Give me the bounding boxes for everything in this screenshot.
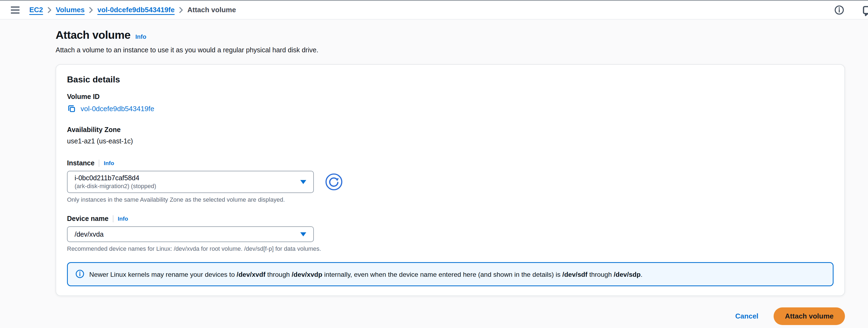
copy-icon[interactable] — [67, 104, 76, 113]
instance-select-secondary: (ark-disk-migration2) (stopped) — [74, 183, 156, 190]
hamburger-menu-icon[interactable] — [11, 6, 20, 13]
refresh-instances-button[interactable] — [325, 173, 343, 191]
chevron-right-icon — [48, 7, 52, 13]
instance-info-link[interactable]: Info — [104, 160, 114, 166]
instance-select[interactable]: i-0bc0d211b7caf58d4 (ark-disk-migration2… — [67, 171, 314, 193]
device-name-info-link[interactable]: Info — [118, 216, 128, 222]
breadcrumb-volume-id[interactable]: vol-0dcefe9db543419fe — [97, 6, 175, 14]
breadcrumb-bar: EC2 Volumes vol-0dcefe9db543419fe Attach… — [0, 1, 868, 20]
breadcrumb-ec2[interactable]: EC2 — [29, 6, 43, 14]
device-name-label: Device name — [67, 215, 108, 223]
alert-message: Newer Linux kernels may rename your devi… — [89, 269, 643, 279]
attach-volume-button[interactable]: Attach volume — [774, 307, 845, 325]
availability-zone-field: Availability Zone use1-az1 (us-east-1c) — [67, 126, 834, 145]
breadcrumb-current: Attach volume — [187, 6, 236, 14]
page-header: Attach volume Info Attach a volume to an… — [56, 29, 845, 54]
instance-select-value: i-0bc0d211b7caf58d4 — [74, 174, 156, 182]
volume-id-field: Volume ID vol-0dcefe9db543419fe — [67, 93, 834, 113]
label-divider — [113, 215, 113, 222]
dropdown-caret-icon — [300, 232, 306, 236]
volume-id-label: Volume ID — [67, 93, 834, 101]
info-alert: Newer Linux kernels may rename your devi… — [67, 262, 834, 286]
info-circle-icon — [75, 269, 84, 278]
page-title: Attach volume — [56, 29, 130, 41]
availability-zone-label: Availability Zone — [67, 126, 834, 134]
form-actions: Cancel Attach volume — [56, 307, 845, 328]
availability-zone-value: use1-az1 (us-east-1c) — [67, 137, 834, 145]
breadcrumb-volumes[interactable]: Volumes — [56, 6, 85, 14]
chevron-right-icon — [179, 7, 183, 13]
section-title: Basic details — [67, 74, 834, 85]
basic-details-card: Basic details Volume ID vol-0dcefe9db543… — [56, 64, 845, 296]
instance-label: Instance — [67, 159, 94, 167]
instance-helper-text: Only instances in the same Availability … — [67, 196, 834, 203]
feedback-icon[interactable] — [862, 5, 868, 18]
instance-field: Instance Info i-0bc0d211b7caf58d4 (ark-d… — [67, 159, 834, 203]
content-area: Attach volume Info Attach a volume to an… — [0, 20, 868, 328]
device-name-field: Device name Info /dev/xvda Recommended d… — [67, 215, 834, 252]
chevron-right-icon — [89, 7, 93, 13]
device-name-helper-text: Recommended device names for Linux: /dev… — [67, 245, 834, 252]
device-name-select[interactable]: /dev/xvda — [67, 226, 314, 242]
device-name-select-value: /dev/xvda — [74, 230, 104, 238]
volume-id-link[interactable]: vol-0dcefe9db543419fe — [81, 105, 154, 113]
cancel-button[interactable]: Cancel — [735, 312, 758, 320]
page-description: Attach a volume to an instance to use it… — [56, 46, 845, 54]
dropdown-caret-icon — [300, 180, 306, 184]
breadcrumb: EC2 Volumes vol-0dcefe9db543419fe Attach… — [29, 6, 236, 14]
page-title-info-link[interactable]: Info — [135, 33, 146, 40]
info-circle-icon[interactable] — [834, 5, 844, 15]
label-divider — [99, 160, 99, 167]
